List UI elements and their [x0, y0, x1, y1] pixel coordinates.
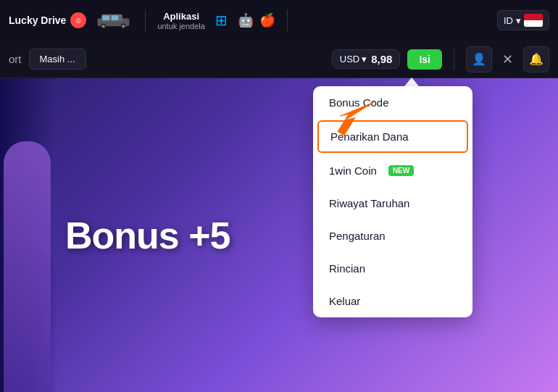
android-icon[interactable]: 🤖: [238, 12, 254, 28]
logo-section: Lucky Drive ◎: [9, 12, 86, 28]
top-navigation: Lucky Drive ◎ Aplikasi untuk jendela ⊞ 🤖…: [0, 0, 558, 41]
bell-icon: 🔔: [529, 52, 544, 66]
banner-area: Bonus +5: [0, 78, 558, 392]
currency-chevron: ▾: [362, 54, 367, 64]
logo-text: Lucky Drive: [9, 14, 66, 26]
flag-icon: [524, 14, 543, 27]
dropdown-item-pengaturan[interactable]: Pengaturan: [313, 220, 472, 252]
car-icon: [93, 11, 133, 30]
nav-divider-2: [287, 9, 288, 31]
dropdown-item-rincian[interactable]: Rincian: [313, 252, 472, 285]
main-content: Bonus +5: [0, 78, 558, 392]
orange-arrow: [326, 94, 384, 148]
app-download-title: Aplikasi: [163, 11, 199, 22]
apple-icon[interactable]: 🍎: [259, 12, 275, 28]
currency-display[interactable]: USD ▾: [340, 54, 367, 64]
nav-divider: [145, 9, 146, 31]
svg-point-7: [122, 25, 125, 28]
bar-divider: [454, 49, 454, 70]
svg-point-5: [102, 25, 105, 28]
dropdown-item-keluar[interactable]: Keluar: [313, 285, 472, 317]
arrow-svg: [326, 94, 384, 145]
new-badge: NEW: [388, 165, 414, 176]
status-label: Masih ...: [40, 54, 75, 64]
dropdown-arrow: [404, 78, 419, 86]
svg-rect-2: [103, 15, 110, 20]
platform-icons: 🤖 🍎: [238, 12, 275, 28]
user-icon-button[interactable]: 👤: [466, 46, 492, 72]
bell-button[interactable]: 🔔: [523, 46, 549, 72]
language-chevron: ▾: [516, 15, 521, 26]
balance-amount: 8,98: [371, 53, 392, 65]
deposit-button[interactable]: Isi: [407, 49, 442, 70]
currency-code: USD: [340, 54, 359, 64]
radio-icon: ◎: [70, 12, 86, 28]
banner-text: Bonus +5: [65, 214, 230, 257]
language-code: ID: [504, 15, 513, 26]
windows-icon[interactable]: ⊞: [215, 12, 228, 29]
dropdown-item-riwayat[interactable]: Riwayat Taruhan: [313, 187, 472, 220]
svg-rect-3: [112, 15, 119, 20]
user-icon: 👤: [472, 52, 486, 66]
language-selector[interactable]: ID ▾: [497, 10, 549, 30]
report-label: ort: [9, 53, 22, 65]
second-bar: ort Masih ... USD ▾ 8,98 Isi 👤 ✕ 🔔: [0, 41, 558, 78]
close-button[interactable]: ✕: [499, 51, 516, 67]
app-download-sub: untuk jendela: [157, 22, 204, 30]
dropdown-item-1win-coin[interactable]: 1win Coin NEW: [313, 154, 472, 187]
app-download-section: Aplikasi untuk jendela: [157, 11, 204, 30]
status-button[interactable]: Masih ...: [29, 49, 86, 70]
currency-block: USD ▾ 8,98: [332, 49, 401, 69]
